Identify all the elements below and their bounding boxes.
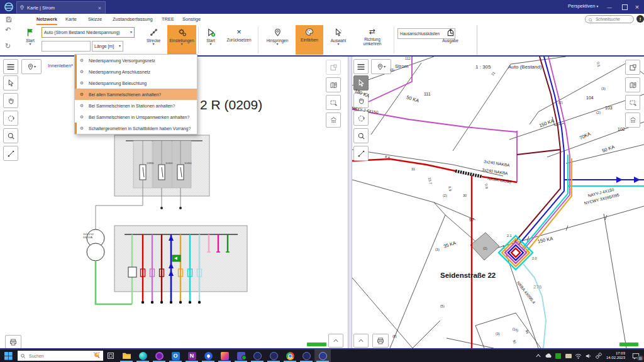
- taskbar-app-purple[interactable]: [151, 349, 167, 362]
- strecke-button[interactable]: Strecke▾: [140, 25, 167, 55]
- zuruecksetzen-button[interactable]: × Zurücksetzen: [221, 25, 257, 55]
- tool-pan-hand[interactable]: [3, 93, 18, 108]
- tab-skizze[interactable]: Skizze: [88, 14, 102, 25]
- trace-start-flag-button[interactable]: Start▾: [21, 25, 39, 55]
- menu-item-sammelschienen-umspannwerke[interactable]: Bei Sammelschienen in Umspannwerken anha…: [75, 111, 197, 123]
- collapse-statusbar-button[interactable]: [353, 334, 369, 348]
- tool-measure[interactable]: [3, 146, 18, 161]
- tool-measure[interactable]: [353, 146, 369, 161]
- flag-icon: [26, 28, 35, 37]
- tray-volume[interactable]: [584, 349, 594, 362]
- panel-locator-select[interactable]: ▾: [21, 59, 42, 74]
- save-icon[interactable]: [5, 16, 13, 25]
- tool-zoom[interactable]: [3, 128, 18, 143]
- taskbar-app-gis-3[interactable]: [298, 349, 314, 362]
- taskbar-app-gis-active[interactable]: [314, 349, 331, 362]
- edge-overview-button[interactable]: [326, 60, 341, 75]
- tray-link[interactable]: [594, 349, 604, 362]
- map-scale-label[interactable]: 1 : 305: [475, 64, 491, 70]
- notification-center-button[interactable]: 11: [628, 349, 644, 362]
- map-pin-icon: [19, 4, 25, 12]
- map-labels: 112(3)11150 KA180 KANAYY-J 4X150210.5104…: [352, 57, 644, 348]
- start-trace-button[interactable]: Start▾: [200, 25, 221, 55]
- richtung-umkehren-button[interactable]: ⇄ Richtung umkehren: [353, 25, 391, 55]
- tab-close-icon[interactable]: ×: [98, 5, 101, 11]
- menu-item-versorgungsnetz[interactable]: Niederspannung Versorgungsnetz: [75, 55, 197, 66]
- tool-select-cursor[interactable]: [3, 75, 18, 90]
- close-button[interactable]: ×: [630, 0, 644, 14]
- edge-hausanschluss-button[interactable]: [625, 112, 640, 128]
- taskbar-app-outlook[interactable]: O: [167, 349, 184, 362]
- length-unit-select[interactable]: Länge [m]▾: [92, 41, 123, 52]
- maximize-button[interactable]: [618, 0, 631, 14]
- breadcrumb[interactable]: Innenleben*: [48, 63, 73, 69]
- einfaerben-button[interactable]: Einfärben: [296, 25, 323, 55]
- tray-app-green[interactable]: [553, 349, 564, 362]
- print-button[interactable]: [372, 334, 389, 348]
- map-label: 30: [463, 194, 467, 197]
- taskbar-app-onenote[interactable]: N: [184, 349, 200, 362]
- ausgabe-button[interactable]: Ausgabe: [435, 25, 465, 55]
- task-view-button[interactable]: [103, 349, 118, 362]
- document-tab[interactable]: Karte | Strom ×: [16, 1, 106, 14]
- length-value-input[interactable]: [42, 41, 91, 52]
- taskbar-app-gis-2[interactable]: [265, 349, 282, 362]
- menu-item-anschlussnetz[interactable]: Niederspannung Anschlussnetz: [75, 66, 197, 77]
- tab-sonstige[interactable]: Sonstige: [182, 14, 201, 25]
- minimize-button[interactable]: —: [602, 0, 616, 14]
- undo-icon[interactable]: ↶: [5, 26, 11, 33]
- panel-menu-button[interactable]: [353, 59, 369, 74]
- tab-tree[interactable]: TREE: [162, 14, 174, 25]
- panel-locator-select[interactable]: ▾: [371, 59, 391, 74]
- tray-onedrive[interactable]: [543, 349, 553, 362]
- hinspringen-button[interactable]: Hinspringen▾: [260, 25, 294, 55]
- search-highlights-icon[interactable]: [92, 350, 101, 361]
- perspectives-menu[interactable]: Perspektiven ▾: [568, 3, 598, 9]
- taskbar-search-input[interactable]: [28, 353, 87, 359]
- menu-item-sammelschienen-stationen[interactable]: Bei Sammelschienen in Stationen anhalten…: [75, 100, 197, 111]
- edge-frame-button[interactable]: [326, 95, 341, 110]
- tool-rotate[interactable]: [353, 111, 369, 126]
- tray-network[interactable]: [574, 349, 584, 362]
- refresh-icon[interactable]: ↻: [5, 43, 11, 50]
- panel-menu-button[interactable]: [3, 59, 18, 74]
- taskbar-app-maps[interactable]: [200, 349, 216, 362]
- print-button[interactable]: [5, 335, 21, 348]
- tray-expand-button[interactable]: [533, 349, 543, 362]
- edge-legend-button[interactable]: [326, 77, 341, 92]
- tray-clock[interactable]: 17:03 14.02.2023: [606, 351, 625, 360]
- panel-splitter[interactable]: [348, 57, 352, 348]
- edge-legend-button[interactable]: [625, 77, 640, 92]
- taskbar-app-explorer[interactable]: [118, 349, 135, 362]
- tab-zustandserfassung[interactable]: Zustandserfassung: [113, 14, 153, 25]
- map-label: 112: [405, 57, 411, 60]
- menu-item-schaltergeometrien[interactable]: Schaltergeometrien in Schaltbildern habe…: [75, 123, 197, 134]
- menu-item-alle-sammelschienen[interactable]: Bei allen Sammelschienen anhalten?: [75, 89, 197, 100]
- tool-zoom[interactable]: [353, 128, 369, 143]
- start-button[interactable]: [0, 349, 16, 362]
- tab-title: Karte | Strom: [27, 5, 55, 11]
- tool-rotate[interactable]: [3, 111, 18, 126]
- collapse-statusbar-button[interactable]: [328, 334, 343, 348]
- tab-karte[interactable]: Karte: [65, 14, 77, 25]
- trace-profile-select[interactable]: Auto (Strom Bestand Niederspannung)▾: [42, 27, 135, 38]
- edge-frame-button[interactable]: [625, 95, 640, 110]
- einstellungen-button[interactable]: Einstellungen▾: [167, 25, 196, 55]
- taskbar-search[interactable]: [18, 351, 103, 361]
- menu-item-beleuchtung[interactable]: Niederspannung Beleuchtung: [75, 77, 197, 89]
- quick-search-input[interactable]: [594, 16, 635, 22]
- auswahl-button[interactable]: Auswahl▾: [325, 25, 352, 55]
- taskbar-app-teams[interactable]: [233, 349, 249, 362]
- taskbar-app-chrome[interactable]: [282, 349, 298, 362]
- taskbar-app-colorful[interactable]: [216, 349, 233, 362]
- quick-search[interactable]: [585, 15, 634, 23]
- tab-netzwerk[interactable]: Netzwerk: [36, 14, 57, 25]
- notice-icon[interactable]: !: [636, 15, 644, 23]
- map-style-label[interactable]: Auto (Bestand): [508, 64, 541, 70]
- taskbar-app-gis-1[interactable]: [249, 349, 265, 362]
- taskbar-app-edge[interactable]: [135, 349, 151, 362]
- chevron-up-icon: [536, 354, 541, 358]
- edge-overview-button[interactable]: [625, 60, 640, 75]
- tray-keyboard[interactable]: [564, 349, 574, 362]
- edge-hausanschluss-button[interactable]: [326, 112, 341, 128]
